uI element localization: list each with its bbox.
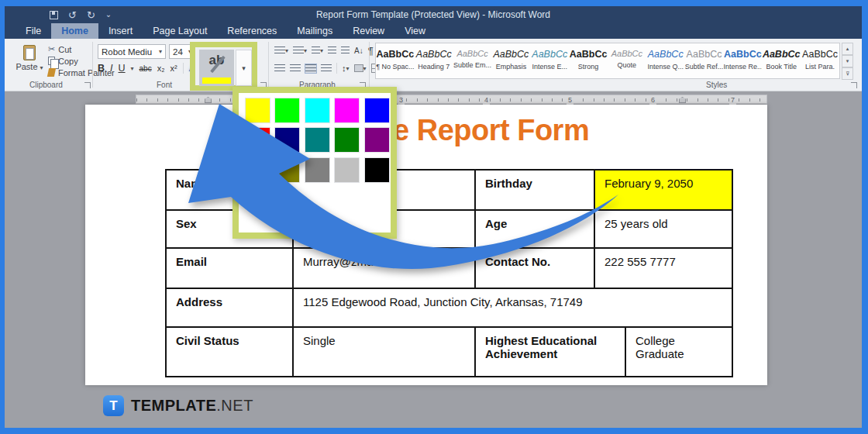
font-name-value: Robot Mediu [102,47,152,57]
swatch-black[interactable] [365,158,389,182]
styles-group-label: Styles [706,81,727,89]
paste-button[interactable]: Paste ▾ [14,43,45,84]
tab-view[interactable]: View [394,23,436,39]
email-value-cell[interactable]: Murray@zmail.com [294,249,476,288]
contact-value-cell[interactable]: 222 555 7777 [595,249,732,288]
style-subtle-reference[interactable]: AaBbCcSubtle Ref... [685,43,724,78]
stop-highlighting-option[interactable]: Stop Highlighting [268,217,339,228]
civil-status-label-cell[interactable]: Civil Status [167,328,294,376]
styles-scroll-down-icon[interactable]: ▾ [842,55,853,67]
no-color-option[interactable]: No Color [246,195,305,206]
scissors-icon: ✂ [48,44,55,54]
subscript-button[interactable]: x₂ [157,64,165,73]
address-label-cell[interactable]: Address [167,289,294,326]
swatch-teal[interactable] [305,128,329,152]
numbering-button[interactable]: ▾ [293,46,307,55]
swatch-red[interactable] [246,128,270,152]
tab-home[interactable]: Home [51,23,98,39]
indent-marker[interactable] [205,97,212,103]
align-center-button[interactable] [290,64,301,73]
swatch-violet[interactable] [365,128,389,152]
address-value-cell[interactable]: 1125 Edgewood Road, Junction City, Arkan… [294,289,732,326]
italic-button[interactable]: I [110,63,112,74]
style-heading7[interactable]: AaBbCcHeading 7 [415,43,453,78]
table-row: Civil Status Single Highest Educational … [167,328,732,376]
tab-references[interactable]: References [217,23,287,39]
style-strong[interactable]: AaBbCcStrong [569,43,608,78]
swatch-turquoise[interactable] [305,98,329,122]
tab-page-layout[interactable]: Page Layout [143,23,217,39]
indent-marker[interactable] [679,97,686,103]
text-highlight-color-button[interactable]: ab [199,50,234,86]
style-intense-quote[interactable]: AaBbCcIntense Q... [646,43,685,78]
tab-file[interactable]: File [16,23,51,39]
style-book-title[interactable]: AaBbCcBook Title [762,43,801,78]
swatch-pink[interactable] [335,98,359,122]
birthday-value-cell-highlighted[interactable]: February 9, 2050 [595,170,732,209]
table-row: Address 1125 Edgewood Road, Junction Cit… [167,289,732,328]
swatch-bright-green[interactable] [275,98,299,122]
styles-dialog-launcher-icon[interactable] [851,82,857,88]
justify-button[interactable] [321,64,332,73]
birthday-label-cell[interactable]: Birthday [476,170,595,209]
swatch-yellow[interactable] [246,98,270,122]
contact-label-cell[interactable]: Contact No. [476,249,595,288]
swatch-green[interactable] [335,128,359,152]
swatch-gray-50[interactable] [305,158,329,182]
underline-button[interactable]: U [119,63,126,74]
styles-gallery-scrollbar: ▴ ▾ ⊽ [842,43,853,79]
education-value-cell[interactable]: College Graduate [626,328,732,376]
align-right-button[interactable] [305,64,316,73]
undo-icon[interactable]: ↺ [68,10,77,20]
styles-more-icon[interactable]: ⊽ [842,67,853,80]
swatch-dark-yellow[interactable] [275,158,299,182]
clipboard-group-label: Clipboard [29,81,63,89]
style-list-paragraph[interactable]: AaBbCcList Para. [801,43,839,78]
copy-icon [48,57,55,65]
swatch-gray-25[interactable] [335,158,359,182]
save-icon[interactable] [50,11,58,19]
superscript-button[interactable]: x² [170,64,177,73]
swatch-dark-blue[interactable] [275,128,299,152]
swatch-dark-red[interactable] [246,158,270,182]
paste-dropdown-icon[interactable]: ▾ [40,64,43,71]
style-emphasis[interactable]: AaBbCcEmphasis [491,43,530,78]
tab-review[interactable]: Review [343,23,394,39]
bold-button[interactable]: B [98,63,105,74]
swatch-blue[interactable] [365,98,389,122]
tab-insert[interactable]: Insert [98,23,143,39]
line-spacing-button[interactable]: ↕▾ [342,64,350,73]
bullets-button[interactable]: ▾ [274,46,288,55]
style-no-spacing[interactable]: AaBbCc¶ No Spac... [376,43,415,78]
ribbon: Paste ▾ ✂ Cut Copy Format Painter Clipbo… [5,39,862,91]
style-intense-reference[interactable]: AaBbCcIntense Re... [723,43,762,78]
group-divider [369,42,370,88]
shading-button[interactable]: ▾ [354,64,367,72]
increase-indent-button[interactable] [341,46,350,55]
education-label-cell[interactable]: Highest Educational Achievement [476,328,626,376]
age-label-cell[interactable]: Age [476,211,595,247]
strikethrough-button[interactable]: abc [140,64,152,73]
customize-toolbar-icon[interactable]: ⌄ [105,11,112,19]
document-page[interactable]: e Report Form Name Birthday February 9, … [85,105,767,385]
civil-status-value-cell[interactable]: Single [294,328,476,376]
clipboard-dialog-launcher-icon[interactable] [84,82,91,88]
age-value-cell[interactable]: 25 years old [595,211,732,247]
email-label-cell[interactable]: Email [167,249,294,288]
underline-dropdown-icon[interactable]: ▾ [131,65,134,72]
highlight-dropdown-button[interactable]: ▾ [236,50,252,86]
style-subtle-emphasis[interactable]: AaBbCcSubtle Em... [453,43,492,78]
multilevel-list-button[interactable]: ▾ [312,46,323,55]
redo-icon[interactable]: ↻ [87,10,95,20]
decrease-indent-button[interactable] [328,46,336,55]
document-title: e Report Form [393,114,589,147]
font-name-select[interactable]: Robot Mediu ▾ [98,44,166,59]
ruler-number: 4 [483,95,490,105]
tab-mailings[interactable]: Mailings [287,23,343,39]
style-intense-emphasis[interactable]: AaBbCcIntense E... [530,43,569,78]
style-quote[interactable]: AaBbCcQuote [608,43,646,78]
sort-button[interactable]: A↓ [354,46,363,55]
styles-scroll-up-icon[interactable]: ▴ [842,43,853,55]
font-group-label: Font [157,81,172,89]
align-left-button[interactable] [274,64,285,73]
